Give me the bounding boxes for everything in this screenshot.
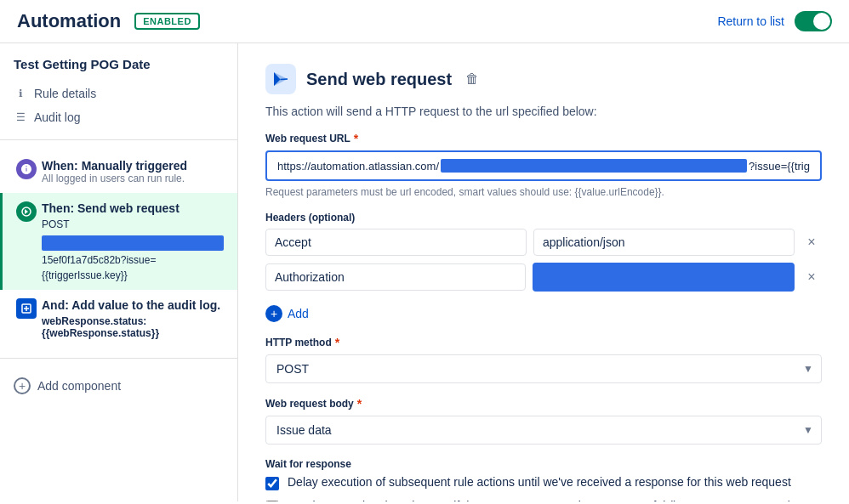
add-label: Add xyxy=(288,307,309,320)
sidebar-divider xyxy=(0,139,237,140)
send-web-request-icon xyxy=(265,64,296,94)
return-to-list-link[interactable]: Return to list xyxy=(717,14,784,28)
when-icon xyxy=(16,159,37,179)
then-step-trigger: {{triggerIssue.key}} xyxy=(42,269,224,281)
info-icon: ℹ xyxy=(14,87,27,100)
headers-label: Headers (optional) xyxy=(265,212,822,224)
main-layout: Test Getting POG Date ℹ Rule details ☰ A… xyxy=(0,43,849,501)
url-hint: Request parameters must be url encoded, … xyxy=(265,186,822,198)
web-body-label: Web request body * xyxy=(265,397,822,411)
checkbox-continue-label: Continue running the rule even if the re… xyxy=(288,499,792,501)
header-row-1: × xyxy=(265,229,822,256)
required-indicator: * xyxy=(354,132,358,145)
http-method-wrapper: POST GET PUT DELETE PATCH ▼ xyxy=(265,354,822,383)
when-step-subtitle: All logged in users can run rule. xyxy=(42,173,224,184)
url-prefix: https://automation.atlassian.com/ xyxy=(277,160,439,173)
url-highlight-block xyxy=(441,159,747,173)
then-step-title: Then: Send web request xyxy=(42,201,224,215)
then-step-post: POST xyxy=(42,218,224,230)
headers-section: × × xyxy=(265,229,822,292)
header-value-2[interactable] xyxy=(533,263,795,292)
nav-rule-details-label: Rule details xyxy=(34,87,96,100)
when-step-title: When: Manually triggered xyxy=(42,159,224,173)
add-component-label: Add component xyxy=(37,379,121,393)
then-icon xyxy=(16,201,37,222)
checkbox-delay[interactable] xyxy=(265,477,279,490)
and-step-bold: webResponse.status:{{webResponse.status}… xyxy=(42,315,159,339)
header-right: Return to list xyxy=(717,11,832,31)
add-header-btn[interactable]: + Add xyxy=(265,305,309,322)
url-suffix: ?issue={{trig xyxy=(749,160,810,173)
header-key-1[interactable] xyxy=(265,229,527,256)
sidebar-divider-2 xyxy=(0,358,237,359)
web-body-wrapper: Issue data Custom data Empty ▼ xyxy=(265,416,822,445)
checkbox-delay-label: Delay execution of subsequent rule actio… xyxy=(288,475,791,489)
section-description: This action will send a HTTP request to … xyxy=(265,105,822,118)
web-body-select[interactable]: Issue data Custom data Empty xyxy=(265,416,822,445)
then-step-url-suffix: 15ef0f1a7d5c82b?issue= xyxy=(42,254,224,266)
then-step-url-bar xyxy=(42,235,224,251)
http-method-label: HTTP method * xyxy=(265,336,822,349)
automation-toggle[interactable] xyxy=(795,11,832,31)
header-value-1[interactable] xyxy=(533,229,795,256)
and-step-detail: webResponse.status:{{webResponse.status}… xyxy=(42,315,224,339)
add-component-btn[interactable]: + Add component xyxy=(0,369,237,403)
remove-header-1-btn[interactable]: × xyxy=(801,235,822,250)
required-indicator-2: * xyxy=(335,336,339,349)
add-circle-icon: + xyxy=(14,377,31,394)
url-field-wrapper: https://automation.atlassian.com/ ?issue… xyxy=(265,150,822,181)
checkbox-continue[interactable] xyxy=(265,501,279,501)
header-row-2: × xyxy=(265,263,822,292)
and-step-title: And: Add value to the audit log. xyxy=(42,298,224,312)
and-step[interactable]: And: Add value to the audit log. webResp… xyxy=(0,290,237,348)
app-title: Automation xyxy=(17,10,121,32)
nav-audit-log-label: Audit log xyxy=(34,110,80,124)
and-icon xyxy=(16,298,37,319)
and-step-content: And: Add value to the audit log. webResp… xyxy=(42,298,224,339)
audit-icon: ☰ xyxy=(14,110,27,124)
wait-response-label: Wait for response xyxy=(265,458,822,470)
when-step[interactable]: When: Manually triggered All logged in u… xyxy=(0,150,237,193)
nav-audit-log[interactable]: ☰ Audit log xyxy=(0,105,237,129)
main-content: Send web request 🗑 This action will send… xyxy=(238,43,849,501)
app-header: Automation ENABLED Return to list xyxy=(0,0,849,43)
header-key-2[interactable] xyxy=(265,263,526,291)
enabled-badge: ENABLED xyxy=(134,13,200,30)
when-step-content: When: Manually triggered All logged in u… xyxy=(42,159,224,184)
sidebar: Test Getting POG Date ℹ Rule details ☰ A… xyxy=(0,43,238,501)
http-method-select[interactable]: POST GET PUT DELETE PATCH xyxy=(265,354,822,383)
nav-rule-details[interactable]: ℹ Rule details xyxy=(0,82,237,105)
rule-title: Test Getting POG Date xyxy=(0,57,237,82)
add-icon: + xyxy=(265,305,282,322)
delete-icon[interactable]: 🗑 xyxy=(465,71,479,87)
url-input-display[interactable]: https://automation.atlassian.com/ ?issue… xyxy=(265,150,822,181)
content-title: Send web request xyxy=(306,70,452,89)
content-header: Send web request 🗑 xyxy=(265,64,822,94)
url-field-label: Web request URL * xyxy=(265,132,822,145)
required-indicator-3: * xyxy=(357,397,362,411)
then-step[interactable]: Then: Send web request POST 15ef0f1a7d5c… xyxy=(0,193,237,290)
checkbox-continue-row: Continue running the rule even if the re… xyxy=(265,499,822,501)
then-step-content: Then: Send web request POST 15ef0f1a7d5c… xyxy=(42,201,224,281)
checkbox-delay-row: Delay execution of subsequent rule actio… xyxy=(265,475,822,490)
remove-header-2-btn[interactable]: × xyxy=(801,269,822,285)
